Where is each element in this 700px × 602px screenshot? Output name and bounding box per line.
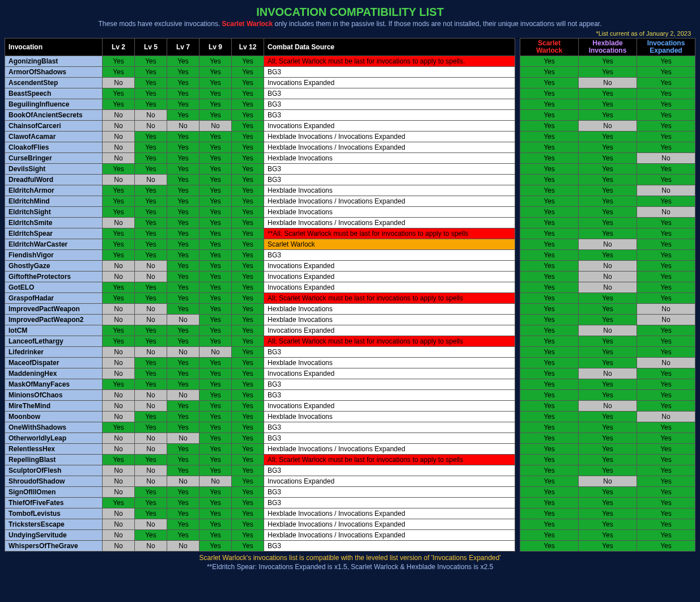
lv-cell: No bbox=[135, 465, 167, 476]
lv-cell: Yes bbox=[200, 336, 232, 347]
header-row: Invocation Lv 2 Lv 5 Lv 7 Lv 9 Lv 12 Com… bbox=[5, 39, 695, 56]
sw-cell: Yes bbox=[520, 358, 579, 368]
table-row: ThiefOfFiveFatesYesYesYesYesYesBG3YesYes… bbox=[5, 498, 695, 508]
spacer bbox=[515, 433, 520, 444]
ie-cell: Yes bbox=[637, 487, 695, 498]
spacer bbox=[515, 412, 520, 422]
spacer bbox=[515, 218, 520, 228]
sw-cell: Yes bbox=[520, 530, 579, 541]
invocation-name: TombofLevistus bbox=[5, 508, 103, 519]
col-invocation: Invocation bbox=[5, 39, 103, 56]
source-cell: All; Scarlet Warlock must be last for in… bbox=[264, 293, 515, 304]
lv-cell: No bbox=[103, 304, 135, 315]
spacer bbox=[515, 153, 520, 164]
lv-cell: Yes bbox=[200, 110, 232, 121]
ie-cell: Yes bbox=[637, 272, 695, 282]
lv-cell: Yes bbox=[103, 164, 135, 175]
lv-cell: Yes bbox=[167, 487, 200, 498]
lv-cell: Yes bbox=[232, 455, 264, 465]
lv-cell: No bbox=[135, 272, 167, 282]
ie-cell: Yes bbox=[637, 239, 695, 250]
hb-cell: Yes bbox=[579, 196, 637, 207]
ie-cell: Yes bbox=[637, 164, 695, 175]
lv-cell: Yes bbox=[135, 508, 167, 519]
table-row: ChainsofCarceriNoNoNoNoYesInvocations Ex… bbox=[5, 121, 695, 132]
lv-cell: Yes bbox=[135, 228, 167, 239]
table-row: EldritchSmiteNoYesYesYesYesHexblade Invo… bbox=[5, 218, 695, 228]
sw-cell: Yes bbox=[520, 390, 579, 401]
ie-cell: Yes bbox=[637, 56, 695, 67]
ie-cell: Yes bbox=[637, 455, 695, 465]
sw-cell: Yes bbox=[520, 476, 579, 487]
lv-cell: Yes bbox=[232, 315, 264, 325]
source-cell: Hexblade Invocations / Invocations Expan… bbox=[264, 142, 515, 153]
lv-cell: Yes bbox=[135, 325, 167, 336]
lv-cell: Yes bbox=[135, 498, 167, 508]
lv-cell: Yes bbox=[167, 250, 200, 261]
lv-cell: No bbox=[135, 315, 167, 325]
table-row: FiendishVigorYesYesYesYesYesBG3YesYesYes bbox=[5, 250, 695, 261]
spacer bbox=[515, 185, 520, 196]
hb-cell: Yes bbox=[579, 379, 637, 390]
table-row: OneWithShadowsYesYesYesYesYesBG3YesYesYe… bbox=[5, 422, 695, 433]
col-lv5: Lv 5 bbox=[135, 39, 167, 56]
lv-cell: No bbox=[135, 390, 167, 401]
invocation-name: BookOfAncientSecrets bbox=[5, 110, 103, 121]
hb-cell: Yes bbox=[579, 347, 637, 358]
sw-cell: Yes bbox=[520, 228, 579, 239]
spacer bbox=[515, 368, 520, 379]
lv-cell: Yes bbox=[200, 465, 232, 476]
lv-cell: Yes bbox=[200, 164, 232, 175]
hb-cell: Yes bbox=[579, 541, 637, 552]
spacer bbox=[515, 293, 520, 304]
sw-cell: Yes bbox=[520, 519, 579, 530]
invocation-name: CloakofFlies bbox=[5, 142, 103, 153]
table-row: OtherworldlyLeapNoNoNoYesYesBG3YesYesYes bbox=[5, 433, 695, 444]
source-cell: BG3 bbox=[264, 175, 515, 185]
ie-cell: Yes bbox=[637, 196, 695, 207]
invocation-name: BeguilingInfluence bbox=[5, 99, 103, 110]
lv-cell: Yes bbox=[167, 530, 200, 541]
invocation-name: EldritchArmor bbox=[5, 185, 103, 196]
lv-cell: Yes bbox=[135, 142, 167, 153]
ie-cell: Yes bbox=[637, 228, 695, 239]
source-cell: Hexblade Invocations / Invocations Expan… bbox=[264, 196, 515, 207]
invocation-name: OneWithShadows bbox=[5, 422, 103, 433]
spacer bbox=[515, 142, 520, 153]
lv-cell: No bbox=[103, 412, 135, 422]
sw-cell: Yes bbox=[520, 293, 579, 304]
lv-cell: Yes bbox=[167, 358, 200, 368]
source-cell: Hexblade Invocations / Invocations Expan… bbox=[264, 132, 515, 142]
sw-cell: Yes bbox=[520, 541, 579, 552]
sw-cell: Yes bbox=[520, 433, 579, 444]
lv-cell: No bbox=[135, 121, 167, 132]
hb-cell: Yes bbox=[579, 228, 637, 239]
lv-cell: Yes bbox=[232, 99, 264, 110]
lv-cell: Yes bbox=[135, 368, 167, 379]
invocation-name: IotCM bbox=[5, 325, 103, 336]
spacer bbox=[515, 465, 520, 476]
lv-cell: No bbox=[103, 390, 135, 401]
col-lv12: Lv 12 bbox=[232, 39, 264, 56]
lv-cell: Yes bbox=[200, 228, 232, 239]
invocation-name: Lifedrinker bbox=[5, 347, 103, 358]
lv-cell: Yes bbox=[167, 78, 200, 88]
lv-cell: Yes bbox=[200, 142, 232, 153]
lv-cell: Yes bbox=[167, 261, 200, 272]
lv-cell: Yes bbox=[167, 67, 200, 78]
invocation-name: ThiefOfFiveFates bbox=[5, 498, 103, 508]
lv-cell: Yes bbox=[232, 67, 264, 78]
ie-cell: Yes bbox=[637, 250, 695, 261]
spacer bbox=[515, 498, 520, 508]
lv-cell: No bbox=[103, 401, 135, 412]
spacer bbox=[515, 121, 520, 132]
lv-cell: No bbox=[103, 530, 135, 541]
sw-cell: Yes bbox=[520, 347, 579, 358]
subtitle: These mods have exclusive invocations. S… bbox=[5, 20, 695, 28]
lv-cell: Yes bbox=[232, 272, 264, 282]
source-cell: Invocations Expanded bbox=[264, 121, 515, 132]
ie-cell: Yes bbox=[637, 498, 695, 508]
lv-cell: Yes bbox=[232, 282, 264, 293]
lv-cell: Yes bbox=[232, 412, 264, 422]
hb-cell: No bbox=[579, 261, 637, 272]
